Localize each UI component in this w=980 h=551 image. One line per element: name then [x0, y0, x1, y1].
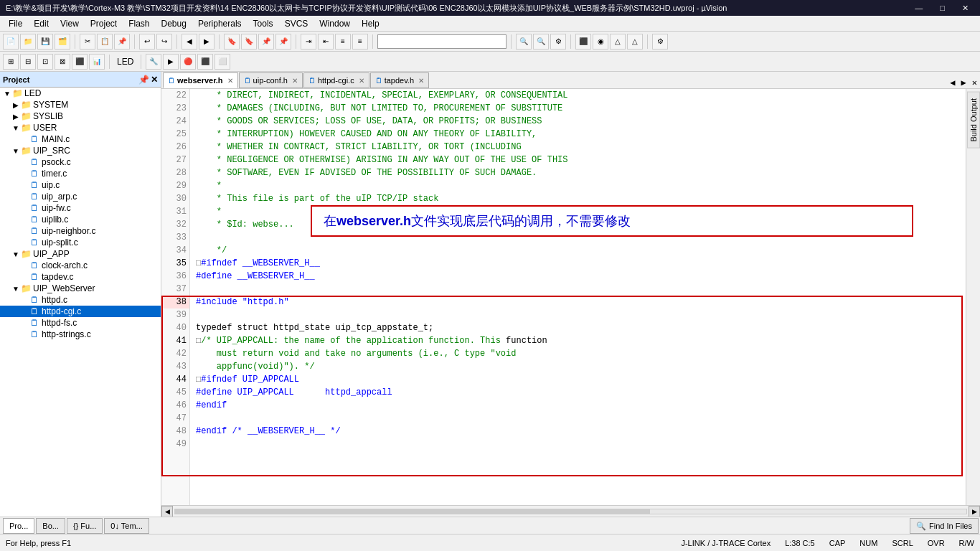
tb-d1[interactable]: ⬛ — [575, 34, 591, 50]
scroll-track-h[interactable] — [174, 509, 967, 514]
sidebar-pin[interactable]: 📌 — [138, 75, 149, 85]
tb-d3[interactable]: △ — [610, 34, 626, 50]
tb-cut[interactable]: ✂ — [80, 34, 95, 50]
menu-window[interactable]: Window — [314, 17, 356, 30]
menu-edit[interactable]: Edit — [28, 17, 55, 30]
tb-bookmark[interactable]: 🔖 — [224, 34, 240, 50]
tb2-11[interactable]: ⬜ — [215, 54, 230, 70]
tree-item-tapdev[interactable]: 🗒 tapdev.c — [0, 271, 161, 283]
tb-i2[interactable]: ⇤ — [318, 34, 334, 50]
menu-debug[interactable]: Debug — [156, 17, 192, 30]
tree-item-uip-neighbor[interactable]: 🗒 uip-neighbor.c — [0, 225, 161, 237]
menu-flash[interactable]: Flash — [123, 17, 155, 30]
tb-forward[interactable]: ▶ — [199, 34, 215, 50]
tb-save-all[interactable]: 🗂️ — [55, 34, 70, 50]
tb-paste[interactable]: 📌 — [114, 34, 130, 50]
tab-close-httpd-cgi-c[interactable]: ✕ — [359, 77, 364, 85]
menu-tools[interactable]: Tools — [248, 17, 279, 30]
tb-i1[interactable]: ⇥ — [301, 34, 316, 50]
scroll-left-btn[interactable]: ◀ — [161, 506, 173, 517]
tree-item-uip-split[interactable]: 🗒 uip-split.c — [0, 237, 161, 248]
tb-bk4[interactable]: 📌 — [275, 34, 291, 50]
bottom-tab-bo[interactable]: Bo... — [36, 518, 65, 534]
tree-item-httpd-c[interactable]: 🗒 httpd.c — [0, 294, 161, 306]
tb-save[interactable]: 💾 — [37, 34, 53, 50]
tree-item-uip[interactable]: 🗒 uip.c — [0, 179, 161, 191]
tree-item-uip-arp[interactable]: 🗒 uip_arp.c — [0, 191, 161, 202]
tb2-5[interactable]: ⬛ — [72, 54, 88, 70]
sidebar-close[interactable]: ✕ — [151, 75, 158, 85]
tab-close-webserver-h[interactable]: ✕ — [227, 77, 233, 85]
title-bar-controls[interactable]: — □ ✕ — [909, 4, 974, 13]
bottom-tab-pro[interactable]: Pro... — [3, 518, 34, 534]
tb2-3[interactable]: ⊡ — [37, 54, 53, 70]
tree-item-httpd-fs[interactable]: 🗒 httpd-fs.c — [0, 317, 161, 329]
tree-item-httpd-cgi[interactable]: 🗒 httpd-cgi.c — [0, 306, 161, 317]
tb-open[interactable]: 📁 — [20, 34, 36, 50]
tb-t1[interactable]: 🔍 — [516, 34, 532, 50]
tree-item-syslib[interactable]: ▶ 📁 SYSLIB — [0, 110, 161, 122]
tb-copy[interactable]: 📋 — [97, 34, 113, 50]
tb-bk3[interactable]: 📌 — [258, 34, 274, 50]
tab-scroll-right[interactable]: ▶ — [958, 77, 969, 88]
tb-d4[interactable]: △ — [627, 34, 643, 50]
scrollbar-h[interactable]: ◀ ▶ — [161, 505, 980, 517]
tb-new[interactable]: 📄 — [3, 34, 19, 50]
bottom-tab-tem[interactable]: 0↓ Tem... — [104, 518, 149, 534]
scroll-thumb-h[interactable] — [175, 509, 650, 514]
tab-webserver-h[interactable]: 🗒 webserver.h ✕ — [163, 72, 238, 88]
tab-scroll-left[interactable]: ◀ — [947, 77, 958, 88]
tab-uip-conf-h[interactable]: 🗒 uip-conf.h ✕ — [239, 72, 303, 88]
tree-item-main-c[interactable]: 🗒 MAIN.c — [0, 133, 161, 145]
tb2-6[interactable]: 📊 — [89, 54, 105, 70]
menu-view[interactable]: View — [55, 17, 85, 30]
tab-close-tapdev-h[interactable]: ✕ — [418, 77, 424, 85]
tree-item-timer[interactable]: 🗒 timer.c — [0, 168, 161, 179]
tb-i4[interactable]: ≡ — [352, 34, 368, 50]
tree-item-user[interactable]: ▼ 📁 USER — [0, 122, 161, 133]
tb2-4[interactable]: ⊠ — [55, 54, 70, 70]
tb-opt[interactable]: ⚙ — [652, 34, 668, 50]
tb2-10[interactable]: ⬛ — [197, 54, 213, 70]
tree-item-http-strings[interactable]: 🗒 http-strings.c — [0, 329, 161, 340]
tree-item-psock[interactable]: 🗒 psock.c — [0, 156, 161, 168]
tb-i3[interactable]: ≡ — [335, 34, 351, 50]
code-container[interactable]: 22 23 24 25 26 27 28 29 30 31 32 33 34 3… — [161, 89, 980, 505]
build-output-tab[interactable]: Build Output — [967, 92, 980, 149]
tree-item-uip-fw[interactable]: 🗒 uip-fw.c — [0, 202, 161, 214]
tb2-2[interactable]: ⊟ — [20, 54, 36, 70]
tb2-9[interactable]: 🔴 — [180, 54, 196, 70]
code-editor[interactable]: * DIRECT, INDIRECT, INCIDENTAL, SPECIAL,… — [190, 89, 966, 505]
target-combo[interactable]: tcp_server_remove_timew... — [377, 34, 507, 49]
bottom-tab-fu[interactable]: {} Fu... — [67, 518, 103, 534]
find-in-files-bar[interactable]: 🔍 Find In Files — [910, 518, 979, 534]
menu-peripherals[interactable]: Peripherals — [192, 17, 248, 30]
tb2-1[interactable]: ⊞ — [3, 54, 19, 70]
menu-project[interactable]: Project — [85, 17, 123, 30]
scroll-right-btn[interactable]: ▶ — [969, 506, 980, 517]
minimize-button[interactable]: — — [909, 4, 928, 13]
tab-tapdev-h[interactable]: 🗒 tapdev.h ✕ — [370, 72, 429, 88]
tb-t2[interactable]: 🔍 — [533, 34, 549, 50]
tree-item-led[interactable]: ▼ 📁 LED — [0, 88, 161, 99]
tab-httpd-cgi-c[interactable]: 🗒 httpd-cgi.c ✕ — [303, 72, 369, 88]
close-button[interactable]: ✕ — [956, 4, 974, 13]
tree-item-uip-app[interactable]: ▼ 📁 UIP_APP — [0, 248, 161, 260]
maximize-button[interactable]: □ — [934, 4, 951, 13]
tree-item-uip-webserver[interactable]: ▼ 📁 UIP_WebServer — [0, 283, 161, 294]
tb-t3[interactable]: ⚙ — [550, 34, 566, 50]
menu-svcs[interactable]: SVCS — [279, 17, 314, 30]
tab-close-uip-conf-h[interactable]: ✕ — [292, 77, 298, 85]
tb2-7[interactable]: 🔧 — [146, 54, 161, 70]
tb-back[interactable]: ◀ — [182, 34, 197, 50]
tb-d2[interactable]: ◉ — [593, 34, 608, 50]
tree-item-clock-arch[interactable]: 🗒 clock-arch.c — [0, 260, 161, 271]
menu-file[interactable]: File — [3, 17, 28, 30]
tree-item-system[interactable]: ▶ 📁 SYSTEM — [0, 99, 161, 110]
tb2-8[interactable]: ▶ — [163, 54, 179, 70]
tree-item-uiplib[interactable]: 🗒 uiplib.c — [0, 214, 161, 225]
tb-redo[interactable]: ↪ — [156, 34, 172, 50]
tb-bk2[interactable]: 🔖 — [241, 34, 257, 50]
menu-help[interactable]: Help — [356, 17, 385, 30]
tb-undo[interactable]: ↩ — [139, 34, 155, 50]
